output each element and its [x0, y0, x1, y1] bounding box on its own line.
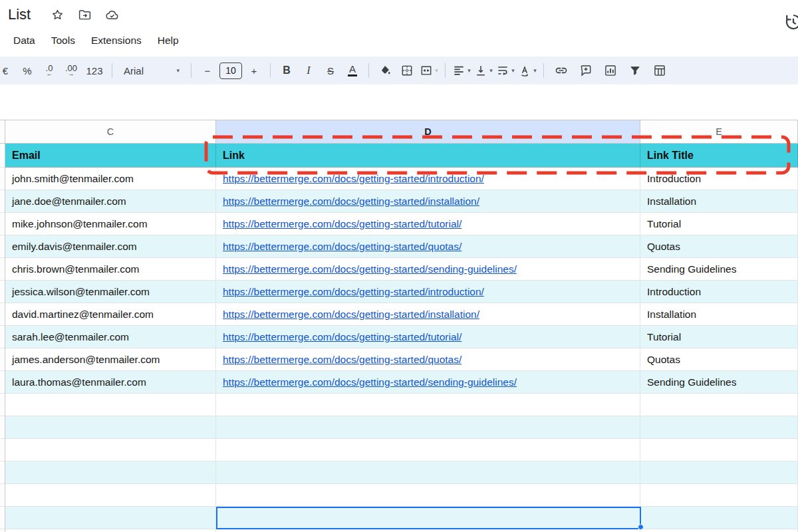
email-cell[interactable]: james.anderson@tenmailer.com — [5, 348, 216, 371]
italic-button[interactable]: I — [299, 61, 319, 80]
vertical-align-button[interactable]: ▾ — [473, 61, 493, 80]
table-button[interactable] — [648, 61, 671, 80]
font-selector[interactable]: Arial ▾ — [118, 61, 185, 80]
increase-font-size-button[interactable]: + — [244, 61, 264, 80]
header-cell-link[interactable]: Link — [216, 144, 640, 168]
link-cell[interactable]: https://bettermerge.com/docs/getting-sta… — [216, 190, 640, 213]
link-title-cell[interactable]: Introduction — [640, 281, 798, 303]
link-cell[interactable]: https://bettermerge.com/docs/getting-sta… — [216, 303, 640, 326]
link[interactable]: https://bettermerge.com/docs/getting-sta… — [223, 241, 462, 252]
email-cell[interactable] — [5, 416, 216, 439]
strikethrough-button[interactable]: S — [321, 61, 340, 80]
header-cell-link-title[interactable]: Link Title — [640, 144, 798, 168]
insert-chart-button[interactable] — [599, 61, 622, 80]
filter-button[interactable] — [624, 61, 646, 80]
version-history-icon[interactable] — [783, 12, 798, 33]
link[interactable]: https://bettermerge.com/docs/getting-sta… — [223, 376, 517, 388]
link-cell[interactable]: https://bettermerge.com/docs/getting-sta… — [216, 371, 640, 394]
email-cell[interactable] — [5, 394, 216, 416]
increase-decimal-button[interactable]: .00→ — [61, 61, 81, 80]
link[interactable]: https://bettermerge.com/docs/getting-sta… — [223, 331, 462, 342]
link-cell[interactable]: https://bettermerge.com/docs/getting-sta… — [216, 348, 640, 371]
email-cell[interactable]: jane.doe@tenmailer.com — [5, 190, 216, 213]
link[interactable]: https://bettermerge.com/docs/getting-sta… — [223, 173, 484, 184]
number-format-button[interactable]: 123 — [83, 61, 106, 80]
text-wrap-button[interactable]: ▾ — [495, 61, 515, 80]
email-cell[interactable] — [5, 439, 216, 462]
star-icon[interactable] — [51, 8, 65, 22]
email-cell[interactable] — [5, 529, 216, 532]
menu-tools[interactable]: Tools — [51, 35, 75, 47]
menu-data[interactable]: Data — [13, 35, 35, 47]
bold-button[interactable]: B — [277, 61, 297, 80]
link-cell[interactable]: https://bettermerge.com/docs/getting-sta… — [216, 235, 640, 258]
link-title-cell[interactable] — [640, 439, 798, 462]
email-cell[interactable]: david.martinez@tenmailer.com — [5, 303, 216, 326]
decrease-decimal-button[interactable]: .0← — [39, 61, 59, 80]
column-header-d[interactable]: D — [216, 120, 640, 144]
column-header-e[interactable]: E — [640, 120, 798, 144]
link-cell[interactable] — [216, 394, 640, 416]
insert-link-button[interactable] — [550, 61, 573, 80]
link-title-cell[interactable]: Quotas — [640, 348, 798, 371]
link-title-cell[interactable]: Introduction — [640, 168, 798, 190]
link-cell[interactable]: https://bettermerge.com/docs/getting-sta… — [216, 213, 640, 235]
link[interactable]: https://bettermerge.com/docs/getting-sta… — [223, 354, 462, 365]
menu-extensions[interactable]: Extensions — [91, 35, 142, 47]
email-cell[interactable]: chris.brown@tenmailer.com — [5, 258, 216, 281]
link-title-cell[interactable]: Tutorial — [640, 326, 798, 348]
text-color-button[interactable]: A — [342, 61, 362, 80]
email-cell[interactable]: emily.davis@tenmailer.com — [5, 235, 216, 258]
link-title-cell[interactable]: Sending Guidelines — [640, 258, 798, 281]
header-cell-email[interactable]: Email — [5, 144, 216, 168]
link-title-cell[interactable]: Installation — [640, 190, 798, 213]
cloud-saved-icon[interactable] — [105, 8, 119, 22]
column-header-c[interactable]: C — [5, 120, 216, 144]
link[interactable]: https://bettermerge.com/docs/getting-sta… — [223, 218, 462, 229]
fill-handle[interactable] — [638, 524, 644, 530]
link-title-cell[interactable] — [640, 484, 798, 507]
merge-cells-button[interactable]: ▾ — [419, 61, 439, 80]
link-cell[interactable] — [216, 484, 640, 507]
text-rotation-button[interactable]: ▾ — [517, 61, 537, 80]
email-cell[interactable]: laura.thomas@tenmailer.com — [5, 371, 216, 394]
email-cell[interactable]: mike.johnson@tenmailer.com — [5, 213, 216, 235]
document-title[interactable]: List — [8, 6, 31, 23]
link-title-cell[interactable]: Sending Guidelines — [640, 371, 798, 394]
email-cell[interactable] — [5, 462, 216, 484]
email-cell[interactable]: john.smith@tenmailer.com — [5, 168, 216, 190]
link-cell[interactable]: https://bettermerge.com/docs/getting-sta… — [216, 326, 640, 348]
link-cell[interactable] — [216, 507, 640, 529]
link-cell[interactable]: https://bettermerge.com/docs/getting-sta… — [216, 168, 640, 190]
link[interactable]: https://bettermerge.com/docs/getting-sta… — [223, 263, 517, 275]
link-title-cell[interactable] — [640, 462, 798, 484]
email-cell[interactable]: jessica.wilson@tenmailer.com — [5, 281, 216, 303]
link-title-cell[interactable]: Quotas — [640, 235, 798, 258]
link[interactable]: https://bettermerge.com/docs/getting-sta… — [223, 309, 479, 320]
fill-color-button[interactable] — [375, 61, 395, 80]
link-title-cell[interactable] — [640, 416, 798, 439]
link-cell[interactable]: https://bettermerge.com/docs/getting-sta… — [216, 281, 640, 303]
link[interactable]: https://bettermerge.com/docs/getting-sta… — [223, 286, 484, 297]
email-cell[interactable]: sarah.lee@tenmailer.com — [5, 326, 216, 348]
email-cell[interactable] — [5, 484, 216, 507]
horizontal-align-button[interactable]: ▾ — [452, 61, 471, 80]
email-cell[interactable] — [5, 507, 216, 529]
decrease-font-size-button[interactable]: − — [198, 61, 217, 80]
link-title-cell[interactable] — [640, 507, 798, 529]
link-cell[interactable] — [216, 529, 640, 532]
menu-help[interactable]: Help — [158, 35, 179, 47]
font-size-input[interactable] — [219, 63, 242, 79]
currency-format-button[interactable]: € — [0, 61, 15, 80]
link-cell[interactable] — [216, 462, 640, 484]
borders-button[interactable] — [397, 61, 417, 80]
link-cell[interactable]: https://bettermerge.com/docs/getting-sta… — [216, 258, 640, 281]
link-title-cell[interactable] — [640, 394, 798, 416]
percent-format-button[interactable]: % — [17, 61, 37, 80]
link-title-cell[interactable]: Tutorial — [640, 213, 798, 235]
insert-comment-button[interactable] — [575, 61, 597, 80]
move-folder-icon[interactable] — [78, 8, 92, 22]
link[interactable]: https://bettermerge.com/docs/getting-sta… — [223, 196, 479, 207]
link-title-cell[interactable] — [640, 529, 798, 532]
link-cell[interactable] — [216, 416, 640, 439]
